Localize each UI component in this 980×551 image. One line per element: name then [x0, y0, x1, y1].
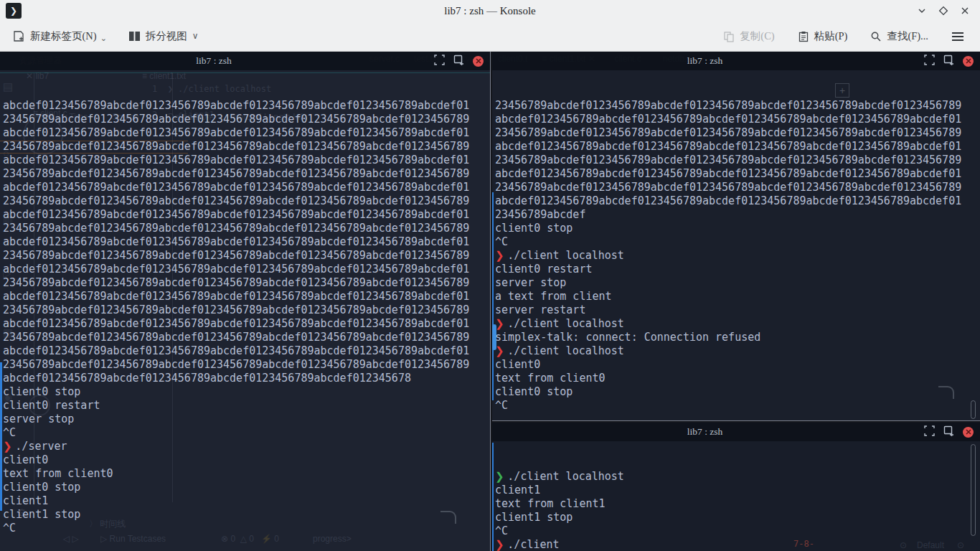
close-pane-button[interactable]	[473, 56, 484, 67]
terminal-line: abcdef0123456789abcdef0123456789abcdef01…	[495, 194, 980, 208]
terminal-line: abcdef0123456789abcdef0123456789abcdef01…	[3, 372, 490, 385]
paste-button[interactable]: 粘贴(P)	[792, 25, 854, 47]
terminal-line: ^C	[495, 524, 980, 538]
terminal-line: text from client0	[495, 372, 980, 385]
terminal-line: ^C	[3, 426, 490, 440]
close-pane-button[interactable]	[963, 56, 974, 67]
detach-tab-icon[interactable]	[943, 55, 954, 68]
new-tab-button[interactable]: 新建标签页(N) ⌄	[7, 25, 113, 47]
find-label: 查找(F)...	[887, 29, 928, 43]
close-icon	[476, 58, 481, 64]
terminal-line: client1 stop	[3, 508, 490, 522]
scrollbar-thumb[interactable]	[971, 444, 976, 536]
terminal-line: abcdef0123456789abcdef0123456789abcdef01…	[3, 208, 490, 222]
terminal-line: client0 restart	[495, 263, 980, 276]
close-icon	[966, 58, 971, 64]
terminal-line: 23456789abcdef0123456789abcdef0123456789…	[495, 154, 980, 167]
terminal-line: abcdef0123456789abcdef0123456789abcdef01…	[3, 126, 490, 140]
terminal-pane-bottom-right[interactable]: 7-8- Default ⊙ ⊙ lib7 : zsh ❯ ./client l…	[492, 423, 980, 551]
terminal-line: 23456789abcdef0123456789abcdef0123456789…	[3, 249, 490, 263]
vertical-splitter[interactable]	[490, 52, 492, 551]
horizontal-splitter[interactable]	[492, 420, 980, 423]
close-button[interactable]	[960, 6, 970, 16]
terminal-line: 23456789abcdef0123456789abcdef0123456789…	[3, 303, 490, 317]
terminal-line: server restart	[495, 303, 980, 317]
new-tab-label: 新建标签页(N)	[30, 29, 97, 43]
maximize-pane-icon[interactable]	[924, 55, 935, 68]
terminal-line: ❯ ./client	[495, 538, 980, 551]
terminal-line: server stop	[495, 276, 980, 290]
terminal-line: 23456789abcdef0123456789abcdef0123456789…	[3, 358, 490, 372]
close-icon	[966, 429, 971, 435]
terminal-line: 23456789abcdef0123456789abcdef0123456789…	[3, 222, 490, 235]
terminal-line: client1 stop	[495, 511, 980, 524]
terminal-line: 23456789abcdef0123456789abcdef0123456789…	[3, 331, 490, 344]
terminal-pane-top-right[interactable]: client0.t ≡ client1.txt ✕ client.c netdb…	[492, 52, 980, 420]
terminal-line: abcdef0123456789abcdef0123456789abcdef01…	[3, 263, 490, 276]
prompt-chevron: ❯	[495, 249, 507, 262]
terminal-line: client0 stop	[495, 385, 980, 399]
terminal-line: 23456789abcdef0123456789abcdef0123456789…	[495, 181, 980, 194]
terminal-line: abcdef0123456789abcdef0123456789abcdef01…	[3, 344, 490, 358]
detach-tab-icon[interactable]	[943, 425, 954, 439]
copy-button[interactable]: 复制(C)	[717, 25, 780, 47]
terminal-line: abcdef0123456789abcdef0123456789abcdef01…	[3, 235, 490, 249]
terminal-line: 23456789abcdef	[495, 208, 980, 222]
maximize-pane-icon[interactable]	[924, 425, 935, 439]
paste-icon	[798, 31, 809, 42]
terminal-line: text from client0	[3, 467, 490, 481]
copy-icon	[723, 31, 735, 42]
terminal-line: abcdef0123456789abcdef0123456789abcdef01…	[495, 113, 980, 126]
maximize-pane-icon[interactable]	[434, 55, 445, 68]
terminal-viewport[interactable]: ❯ ./client localhostclient1text from cli…	[492, 441, 980, 551]
prompt-chevron: ❯	[495, 538, 507, 551]
chevron-down-icon: ∨	[192, 31, 199, 42]
terminal-line: client0 stop	[3, 385, 490, 399]
scrollbar-thumb[interactable]	[971, 400, 976, 419]
terminal-line: client0 restart	[3, 399, 490, 413]
terminal-line: ❯ ./client localhost	[495, 317, 980, 331]
copy-label: 复制(C)	[740, 29, 774, 43]
terminal-scrollback: 23456789abcdef0123456789abcdef0123456789…	[495, 99, 980, 413]
maximize-button[interactable]	[938, 6, 948, 16]
search-icon	[870, 31, 882, 42]
terminal-pane-left[interactable]: 资源管理器 server.c test.txt server.txt ✕ lib…	[0, 52, 490, 551]
find-button[interactable]: 查找(F)...	[864, 25, 934, 47]
terminal-line: simplex-talk: connect: Connection refuse…	[495, 331, 980, 344]
pane-header: lib7 : zsh	[0, 52, 490, 70]
terminal-line: ^C	[3, 522, 490, 535]
terminal-line: text from client1	[495, 497, 980, 511]
hamburger-icon	[951, 32, 964, 42]
terminal-line: 23456789abcdef0123456789abcdef0123456789…	[3, 113, 490, 126]
terminal-line: ❯ ./server	[3, 440, 490, 453]
terminal-line: ❯ ./client localhost	[495, 344, 980, 358]
terminal-line: a text from client	[495, 290, 980, 303]
prompt-chevron: ❯	[495, 317, 507, 330]
terminal-line: client0	[495, 358, 980, 372]
menu-button[interactable]	[946, 27, 970, 46]
close-pane-button[interactable]	[963, 427, 974, 438]
terminal-line: client1	[495, 484, 980, 497]
detach-tab-icon[interactable]	[453, 55, 464, 68]
terminal-line: abcdef0123456789abcdef0123456789abcdef01…	[495, 167, 980, 181]
terminal-line: ❯ ./client localhost	[495, 470, 980, 484]
window-title: lib7 : zsh — Konsole	[0, 5, 980, 17]
minimize-button[interactable]	[917, 6, 927, 16]
terminal-line: client0 stop	[3, 481, 490, 494]
terminal-line: 23456789abcdef0123456789abcdef0123456789…	[3, 167, 490, 181]
terminal-line: 23456789abcdef0123456789abcdef0123456789…	[495, 126, 980, 140]
split-view-label: 拆分视图	[146, 29, 187, 43]
terminal-scrollback: abcdef0123456789abcdef0123456789abcdef01…	[3, 99, 490, 535]
main-toolbar: 新建标签页(N) ⌄ 拆分视图 ∨ 复制(C) 粘贴(P)	[0, 22, 980, 52]
prompt-chevron: ❯	[3, 440, 15, 453]
terminal-line: abcdef0123456789abcdef0123456789abcdef01…	[3, 154, 490, 167]
prompt-chevron: ❯	[495, 344, 507, 357]
terminal-viewport[interactable]: abcdef0123456789abcdef0123456789abcdef01…	[0, 70, 490, 551]
terminal-line: ^C	[495, 399, 980, 413]
terminal-line: 23456789abcdef0123456789abcdef0123456789…	[3, 140, 490, 154]
terminal-viewport[interactable]: 23456789abcdef0123456789abcdef0123456789…	[492, 70, 980, 420]
split-view-button[interactable]: 拆分视图 ∨	[123, 25, 204, 47]
terminal-scrollback: ❯ ./client localhostclient1text from cli…	[495, 470, 980, 551]
window-titlebar: ❯ lib7 : zsh — Konsole	[0, 0, 980, 22]
paste-label: 粘贴(P)	[814, 29, 848, 43]
